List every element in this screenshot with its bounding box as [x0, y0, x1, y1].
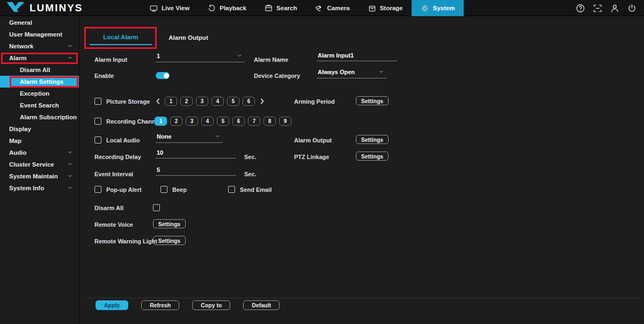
apply-button[interactable]: Apply [96, 300, 128, 310]
tab-label: Alarm Output [169, 34, 208, 41]
local-audio-label: Local Audio [106, 137, 140, 143]
event-interval-input[interactable] [156, 166, 236, 176]
search-folder-icon [265, 4, 273, 12]
sidebar-item-alarm[interactable]: Alarm [0, 52, 79, 64]
sidebar-item-label: Alarm Subscription [20, 114, 77, 120]
footer-buttons: ApplyRefreshCopy toDefault [96, 300, 280, 310]
sidebar-item-alarm-subscription[interactable]: Alarm Subscription [0, 111, 79, 123]
chevron-down-icon [67, 173, 73, 180]
tab-alarm-output[interactable]: Alarm Output [167, 30, 209, 45]
local-audio-select[interactable]: None [156, 133, 223, 143]
channel-button-7[interactable]: 7 [248, 117, 260, 126]
nav-label: Search [276, 5, 297, 11]
sidebar-item-alarm-settings[interactable]: Alarm Settings [0, 76, 79, 88]
tab-local-alarm[interactable]: Local Alarm [90, 30, 152, 45]
pop-up-alert-label: Pop-up Alert [106, 186, 142, 193]
recording-delay-unit: Sec. [244, 154, 257, 160]
nav-label: Live View [162, 5, 189, 11]
power-icon[interactable] [627, 4, 636, 13]
default-button[interactable]: Default [243, 300, 280, 310]
picture-storage-checkbox[interactable] [94, 98, 101, 105]
alarm-name-input[interactable] [317, 52, 397, 61]
disarm-all-checkbox[interactable] [153, 204, 160, 211]
nav-camera[interactable]: Camera [306, 0, 358, 16]
page-prev-icon[interactable] [154, 97, 162, 106]
sidebar: GeneralUser ManagementNetworkAlarmDisarm… [0, 16, 79, 324]
scan-icon[interactable] [593, 4, 602, 13]
page-button-6[interactable]: 6 [243, 97, 255, 106]
refresh-button[interactable]: Refresh [141, 300, 179, 310]
sidebar-item-system-info[interactable]: System Info [0, 182, 79, 194]
pop-up-alert-checkbox[interactable] [94, 186, 101, 193]
user-icon[interactable] [610, 4, 619, 13]
sidebar-item-system-maintain[interactable]: System Maintain [0, 170, 79, 182]
sidebar-item-event-search[interactable]: Event Search [0, 99, 79, 111]
sidebar-item-label: General [9, 19, 32, 26]
nav-search[interactable]: Search [255, 0, 306, 16]
sidebar-item-display[interactable]: Display [0, 123, 79, 135]
channel-button-9[interactable]: 9 [279, 117, 291, 126]
gear-icon [421, 4, 429, 12]
channel-button-1[interactable]: 1 [155, 117, 167, 126]
sidebar-item-label: Cluster Service [9, 161, 54, 168]
top-right-icons [576, 0, 636, 16]
page-button-4[interactable]: 4 [211, 97, 224, 106]
alarm-input-value: 1 [157, 53, 160, 59]
sidebar-item-cluster-service[interactable]: Cluster Service [0, 159, 79, 170]
nav-system[interactable]: System [412, 0, 464, 16]
ptz-linkage-settings-button[interactable]: Settings [356, 152, 389, 161]
device-category-value: Always Open [318, 69, 355, 75]
page-button-1[interactable]: 1 [165, 97, 177, 106]
channel-button-2[interactable]: 2 [170, 117, 182, 126]
settings-panel: Local Alarm Alarm Output Alarm Input 1 A… [80, 16, 644, 324]
disarm-all-label: Disarm All [94, 205, 123, 211]
sidebar-item-map[interactable]: Map [0, 135, 79, 147]
channel-button-6[interactable]: 6 [232, 117, 245, 126]
sidebar-item-disarm-all[interactable]: Disarm All [0, 64, 79, 76]
copy-to-button[interactable]: Copy to [192, 300, 230, 310]
picture-storage-pager: 123456 [154, 97, 266, 106]
sidebar-item-audio[interactable]: Audio [0, 147, 79, 159]
toggle-knob [164, 73, 169, 78]
sidebar-item-exception[interactable]: Exception [0, 88, 79, 99]
event-interval-label: Event Interval [94, 171, 133, 177]
sidebar-item-label: Audio [9, 149, 27, 156]
sidebar-item-general[interactable]: General [0, 17, 79, 28]
local-audio-checkbox[interactable] [94, 136, 101, 143]
enable-toggle[interactable] [156, 72, 170, 79]
alarm-input-select[interactable]: 1 [156, 53, 245, 62]
channel-button-5[interactable]: 5 [217, 117, 229, 126]
sidebar-item-user-management[interactable]: User Management [0, 28, 79, 40]
device-category-select[interactable]: Always Open [317, 69, 386, 78]
brand-name: LUMINYS [30, 2, 83, 14]
page-button-2[interactable]: 2 [180, 97, 193, 106]
beep-checkbox[interactable] [160, 186, 167, 193]
top-nav: Live ViewPlaybackSearchCameraStorageSyst… [141, 0, 464, 16]
recording-channel-label: Recording Channel [106, 118, 160, 125]
remote-voice-settings-button[interactable]: Settings [153, 219, 186, 228]
page-button-5[interactable]: 5 [227, 97, 239, 106]
send-email-checkbox[interactable] [228, 186, 235, 193]
page-next-icon[interactable] [258, 97, 266, 106]
sidebar-item-label: Exception [20, 90, 49, 97]
sidebar-item-label: Alarm [9, 55, 27, 61]
recording-delay-input[interactable] [156, 149, 236, 159]
beep-label: Beep [172, 186, 187, 193]
recording-channel-checkbox[interactable] [94, 118, 101, 125]
alarm-output-settings-button[interactable]: Settings [356, 135, 389, 144]
channel-button-3[interactable]: 3 [186, 117, 198, 126]
arming-period-settings-button[interactable]: Settings [356, 96, 389, 105]
nav-storage[interactable]: Storage [359, 0, 412, 16]
arming-period-label: Arming Period [294, 98, 335, 105]
channel-button-4[interactable]: 4 [201, 117, 214, 126]
sidebar-item-network[interactable]: Network [0, 40, 79, 52]
help-icon[interactable] [576, 4, 585, 13]
nav-live-view[interactable]: Live View [141, 0, 199, 16]
channel-button-8[interactable]: 8 [264, 117, 276, 126]
page-button-3[interactable]: 3 [196, 97, 208, 106]
chevron-down-icon [67, 43, 73, 50]
tab-label: Local Alarm [103, 34, 138, 40]
nav-playback[interactable]: Playback [199, 0, 255, 16]
send-email-label: Send Email [240, 186, 272, 193]
remote-warning-light-settings-button[interactable]: Settings [153, 236, 186, 245]
